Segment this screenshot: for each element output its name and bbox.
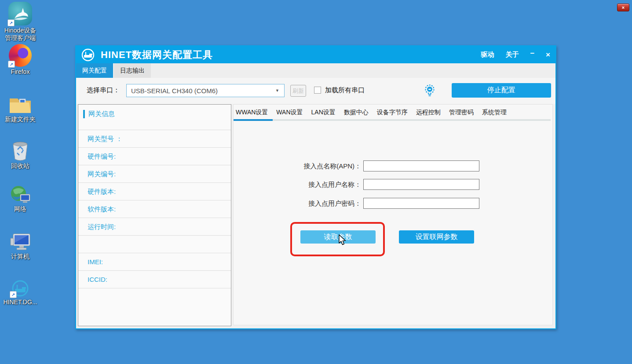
- info-row-hardware-version: 硬件版本:: [78, 183, 231, 200]
- desktop-icon-hinode-client[interactable]: ↗ Hinode设备 管理客户端: [0, 2, 40, 42]
- window-tab-bar: 网关配置 日志输出: [76, 63, 555, 78]
- desktop-icon-label: 管理客户端: [4, 34, 36, 42]
- bulb-status-icon: [424, 84, 435, 97]
- viewer-close-button[interactable]: ×: [617, 4, 629, 11]
- info-row-gateway-model: 网关型号 ：: [78, 130, 231, 148]
- accent-bar: [83, 110, 85, 118]
- tab-lan-settings[interactable]: LAN设置: [311, 109, 336, 116]
- gateway-info-header: 网关信息: [78, 105, 231, 130]
- shortcut-arrow-icon: ↗: [7, 19, 15, 26]
- close-button[interactable]: ×: [546, 51, 550, 59]
- desktop-icon-firefox[interactable]: ↗ Firefox: [0, 44, 40, 76]
- about-button[interactable]: 关于: [506, 51, 519, 59]
- active-tab-indicator: [234, 119, 273, 121]
- apn-username-input[interactable]: [363, 179, 479, 190]
- apn-input[interactable]: [363, 160, 479, 171]
- desktop-icon-hinet-dg[interactable]: ↗ HINET.DG...: [0, 280, 40, 306]
- desktop-icon-label: Firefox: [11, 68, 30, 76]
- info-row-gateway-number: 网关编号:: [78, 165, 231, 183]
- tab-wwan-settings[interactable]: WWAN设置: [236, 109, 268, 116]
- info-row-software-version: 软件版本:: [78, 200, 231, 218]
- load-all-ports-label: 加载所有串口: [325, 86, 365, 95]
- tab-device-byte-order[interactable]: 设备字节序: [377, 109, 408, 116]
- refresh-button[interactable]: 刷新: [290, 85, 306, 97]
- tab-data-center[interactable]: 数据中心: [344, 109, 369, 116]
- desktop-icon-new-folder[interactable]: 新建文件夹: [0, 95, 40, 123]
- gateway-info-panel: 网关信息 网关型号 ： 硬件编号: 网关编号: 硬件版本: 软件版本: 运行时间…: [78, 104, 231, 326]
- serial-port-value: USB-SERIAL CH340 (COM6): [127, 87, 275, 95]
- tab-admin-password[interactable]: 管理密码: [449, 109, 474, 116]
- shortcut-arrow-icon: ↗: [10, 291, 17, 298]
- serial-port-label: 选择串口：: [87, 86, 120, 95]
- apn-username-label: 接入点用户名称：: [273, 181, 361, 189]
- desktop-icon-network[interactable]: 网络: [0, 185, 40, 213]
- serial-port-select[interactable]: USB-SERIAL CH340 (COM6) ▼: [126, 84, 285, 97]
- desktop-icon-recycle-bin[interactable]: 回收站: [0, 141, 40, 170]
- apn-password-input[interactable]: [363, 198, 479, 209]
- desktop-icon-label: 回收站: [11, 162, 29, 170]
- info-row-hardware-number: 硬件编号:: [78, 148, 231, 165]
- desktop-icon-computer[interactable]: 计算机: [0, 232, 40, 260]
- tab-remote-control[interactable]: 远程控制: [416, 109, 441, 116]
- info-row-iccid: ICCID:: [78, 271, 231, 288]
- load-all-ports-checkbox[interactable]: [314, 87, 321, 94]
- info-row-imei: IMEI:: [78, 253, 231, 271]
- desktop-icon-label: HINET.DG...: [3, 298, 37, 306]
- desktop-icon-label: Hinode设备: [4, 27, 36, 34]
- shortcut-arrow-icon: ↗: [8, 61, 15, 68]
- window-title: HINET数据网关配置工具: [101, 48, 213, 62]
- read-params-button[interactable]: 读取参数: [300, 230, 376, 244]
- titlebar: HINET数据网关配置工具 驱动 关于 – ×: [76, 46, 555, 63]
- apn-password-label: 接入点用户密码：: [273, 200, 361, 208]
- info-row-blank: [78, 236, 231, 253]
- driver-button[interactable]: 驱动: [481, 51, 494, 59]
- desktop-icon-label: 网络: [14, 205, 26, 213]
- desktop-icon-label: 计算机: [11, 253, 29, 260]
- computer-icon: [9, 232, 32, 251]
- tab-underline-track: [234, 119, 551, 121]
- folder-icon: [9, 95, 32, 114]
- tab-system-management[interactable]: 系统管理: [482, 109, 507, 116]
- apn-label: 接入点名称(APN)：: [273, 162, 361, 171]
- info-row-uptime: 运行时间:: [78, 218, 231, 236]
- stop-config-button[interactable]: 停止配置: [452, 83, 551, 98]
- settings-tab-bar: WWAN设置 WAN设置 LAN设置 数据中心 设备字节序 远程控制 管理密码 …: [234, 105, 552, 119]
- chevron-down-icon: ▼: [275, 88, 284, 93]
- tab-gateway-config[interactable]: 网关配置: [76, 63, 113, 78]
- app-window: HINET数据网关配置工具 驱动 关于 – × 网关配置 日志输出 选择串口： …: [75, 45, 556, 329]
- serial-port-row: 选择串口： USB-SERIAL CH340 (COM6) ▼ 刷新 加载所有串…: [76, 78, 555, 104]
- recycle-bin-icon: [11, 141, 30, 161]
- gateway-info-title: 网关信息: [88, 110, 115, 118]
- desktop-icon-label: 新建文件夹: [5, 116, 36, 123]
- app-logo-icon: [81, 48, 95, 62]
- set-network-params-button[interactable]: 设置联网参数: [399, 230, 474, 244]
- tab-log-output[interactable]: 日志输出: [114, 63, 151, 78]
- network-icon: [10, 185, 31, 204]
- tab-wan-settings[interactable]: WAN设置: [276, 109, 303, 116]
- minimize-button[interactable]: –: [530, 49, 534, 58]
- settings-panel: WWAN设置 WAN设置 LAN设置 数据中心 设备字节序 远程控制 管理密码 …: [233, 104, 553, 325]
